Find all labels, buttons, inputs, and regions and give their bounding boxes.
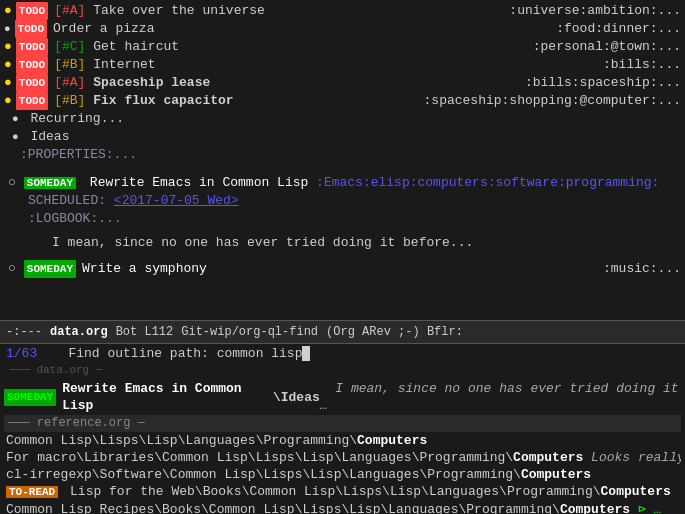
someday-section-2: ○ SOMEDAY Write a symphony :music:...	[4, 260, 681, 278]
priority: [#A]	[54, 75, 85, 90]
someday-badge: SOMEDAY	[24, 177, 76, 189]
priority: [#B]	[54, 57, 85, 72]
someday-content: SOMEDAY Rewrite Emacs in Common Lisp :Em…	[24, 174, 681, 192]
todo-item-1: ● TODO [#A] Take over the universe :univ…	[4, 2, 681, 20]
star-bullet: ●	[4, 74, 12, 92]
todo-item-4: ● TODO [#B] Internet :bills:...	[4, 56, 681, 74]
todo-badge: TODO	[16, 2, 48, 20]
minibuffer-area: 1/63 Find outline path: common lisp ─── …	[0, 344, 685, 379]
status-bar: -:--- data.org Bot L112 Git-wip/org-ql-f…	[0, 320, 685, 344]
todo-badge: TODO	[15, 20, 47, 38]
ref-separator: ─── reference.org ─	[4, 415, 681, 432]
todo-badge: TODO	[16, 38, 48, 56]
todo-tags: :spaceship:shopping:@computer:...	[424, 92, 681, 110]
someday-badge-2: SOMEDAY	[24, 260, 76, 278]
result-item-5[interactable]: Common Lisp Recipes\Books\Common Lisp\Li…	[4, 501, 681, 514]
symphony-tags: :music:...	[603, 260, 681, 278]
priority: [#A]	[54, 3, 85, 18]
circle-bullet: ○	[8, 174, 16, 192]
status-filename: data.org	[50, 322, 108, 342]
result-header-line: SOMEDAY Rewrite Emacs in Common Lisp \Id…	[4, 379, 681, 415]
description-line: I mean, since no one has ever tried doin…	[4, 234, 681, 252]
someday-row-1: ○ SOMEDAY Rewrite Emacs in Common Lisp :…	[4, 174, 681, 192]
result-item-1[interactable]: Common Lisp\Lisps\Lisp\Languages\Program…	[4, 432, 681, 449]
todo-tags: :bills:spaceship:...	[525, 74, 681, 92]
todo-item-2: ● TODO Order a pizza :food:dinner:...	[4, 20, 681, 38]
todo-item-6: ● TODO [#B] Fix flux capacitor :spaceshi…	[4, 92, 681, 110]
status-dashes: -:---	[6, 322, 42, 342]
bullet: ●	[4, 20, 11, 38]
result-someday-badge: SOMEDAY	[4, 389, 56, 406]
todo-badge: TODO	[16, 56, 48, 74]
separator: ─── data.org ─	[6, 363, 679, 378]
status-org: (Org ARev ;-) Bflr:	[326, 322, 463, 342]
star-bullet: ●	[4, 92, 12, 110]
star-bullet: ●	[4, 38, 12, 56]
priority: [#C]	[54, 39, 85, 54]
todo-item-5: ● TODO [#A] Spaceship lease :bills:space…	[4, 74, 681, 92]
status-bot: Bot L112	[116, 322, 174, 342]
logbook-line: :LOGBOOK:...	[4, 210, 681, 228]
result-item-2[interactable]: For macro\Libraries\Common Lisp\Lisps\Li…	[4, 449, 681, 466]
todo-badge: TODO	[16, 92, 48, 110]
status-git: Git-wip/org-ql-find	[181, 322, 318, 342]
result-item-3[interactable]: cl-irregexp\Software\Common Lisp\Lisps\L…	[4, 466, 681, 483]
someday-section-1: ○ SOMEDAY Rewrite Emacs in Common Lisp :…	[4, 174, 681, 252]
ideas-line: ● Ideas	[4, 128, 681, 146]
priority: [#B]	[54, 93, 85, 108]
todo-tags: :universe:ambition:...	[509, 2, 681, 20]
cursor	[302, 346, 310, 361]
todo-tags: :food:dinner:...	[556, 20, 681, 38]
todo-badge: TODO	[16, 74, 48, 92]
star-bullet: ●	[4, 2, 12, 20]
minibuffer-line: 1/63 Find outline path: common lisp	[6, 345, 679, 363]
todo-item-3: ● TODO [#C] Get haircut :personal:@town:…	[4, 38, 681, 56]
result-item-4[interactable]: TO-READ Lisp for the Web\Books\Common Li…	[4, 483, 681, 501]
properties-line: :PROPERTIES:...	[4, 146, 681, 164]
recurring-line: ● Recurring...	[4, 110, 681, 128]
to-read-badge: TO-READ	[6, 486, 58, 498]
scheduled-line: SCHEDULED: <2017-07-05 Wed>	[4, 192, 681, 210]
main-editor: ● TODO [#A] Take over the universe :univ…	[0, 0, 685, 320]
circle-bullet: ○	[8, 260, 16, 278]
todo-tags: :bills:...	[603, 56, 681, 74]
star-bullet: ●	[4, 56, 12, 74]
todo-tags: :personal:@town:...	[533, 38, 681, 56]
results-area: SOMEDAY Rewrite Emacs in Common Lisp \Id…	[0, 379, 685, 514]
